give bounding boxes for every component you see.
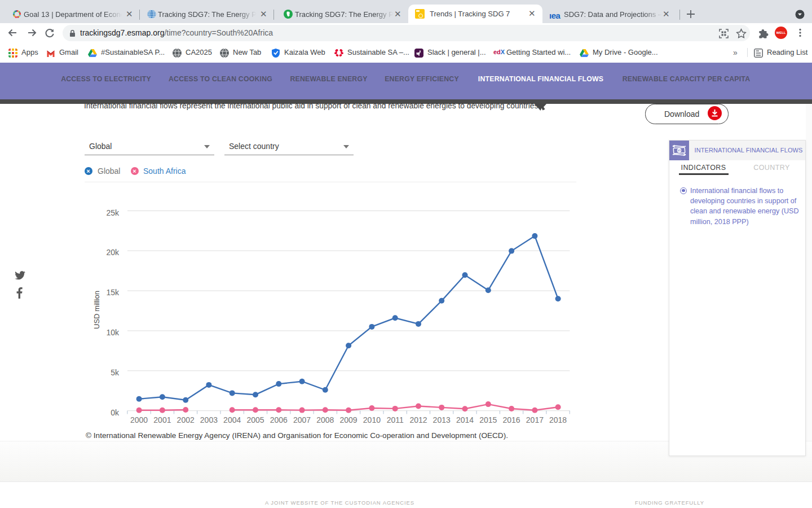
svg-text:$: $ [678, 148, 680, 153]
